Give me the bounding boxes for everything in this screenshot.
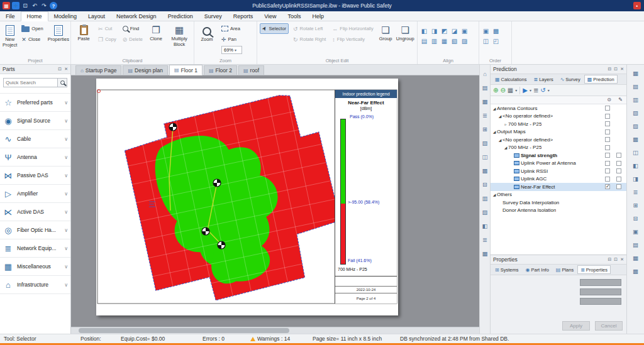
menu-item[interactable]: Modeling (48, 11, 83, 21)
brand-badge-icon[interactable]: ▪ (633, 2, 641, 9)
tree-expander-icon[interactable]: ◢ (492, 129, 497, 134)
parts-category-item[interactable]: ∿ Cable ∨ (0, 130, 70, 148)
tool-icon[interactable]: ▤ (631, 241, 640, 249)
minimize-icon[interactable]: ⊟ (608, 67, 611, 72)
close-button[interactable]: ✕Close (19, 34, 45, 45)
order-tool-icon[interactable]: ◰ (492, 37, 500, 45)
grid-icon[interactable]: ▦ (508, 87, 513, 94)
property-value-field[interactable] (580, 288, 621, 295)
tree-expander-icon[interactable]: ◢ (492, 192, 497, 197)
chevron-down-icon[interactable]: ∨ (64, 209, 68, 215)
new-project-button[interactable]: New Project (3, 23, 17, 57)
parts-category-item[interactable]: ◉ Signal Source ∨ (0, 112, 70, 130)
property-value-field[interactable] (580, 298, 621, 305)
chevron-down-icon[interactable]: ∨ (64, 227, 68, 233)
tree-row[interactable]: ◢ <No operator defined> (491, 112, 626, 121)
visibility-checkbox[interactable] (605, 121, 610, 126)
order-tool-icon[interactable]: ▣ (482, 27, 490, 35)
visibility-checkbox[interactable] (605, 161, 610, 166)
search-button[interactable] (57, 79, 67, 87)
menu-item[interactable]: Home (21, 11, 48, 21)
antenna-symbol[interactable] (218, 241, 225, 249)
tool-icon[interactable]: ▧ (631, 109, 640, 117)
status-errors[interactable]: Errors : 0 (203, 336, 225, 342)
rotate-left-button[interactable]: ↺Rotate Left (291, 23, 328, 34)
chevron-down-icon[interactable]: ∨ (64, 264, 68, 270)
align-tool-icon[interactable]: ▨ (460, 37, 469, 45)
clone-button[interactable]: ❐Clone (147, 23, 165, 57)
tool-icon[interactable]: ≣ (480, 236, 489, 244)
parts-category-item[interactable]: ☆ Preferred parts ∨ (0, 94, 70, 112)
tool-icon[interactable]: ▨ (631, 122, 640, 130)
tree-expander-icon[interactable]: ◢ (492, 106, 497, 111)
visibility-checkbox[interactable] (605, 137, 610, 142)
tool-icon[interactable]: ▦ (631, 69, 640, 77)
tool-icon[interactable]: ▩ (631, 135, 640, 143)
help-icon[interactable]: ? (50, 2, 57, 9)
app-icon-secondary[interactable]: ✚ (12, 2, 19, 9)
flip-horizontal-button[interactable]: ↔Flip Horizontally (330, 23, 375, 34)
rotate-right-button[interactable]: ↻Rotate Right (291, 34, 328, 45)
add-icon[interactable]: ⊕ (493, 87, 498, 94)
tree-expander-icon[interactable]: ▹ (503, 122, 508, 126)
tool-icon[interactable]: ◧ (480, 222, 489, 230)
edit-checkbox[interactable] (616, 168, 621, 173)
properties-panel-tab[interactable]: ≣ Properties (577, 265, 611, 274)
properties-panel-tab[interactable]: ▤ Plans (553, 265, 577, 274)
chevron-down-icon[interactable]: ∨ (64, 191, 68, 197)
properties-panel-tab[interactable]: ⊞ Systems (492, 265, 521, 274)
parts-category-item[interactable]: ▦ Miscellaneous ∨ (0, 258, 70, 276)
group-button[interactable]: ❏Group (378, 23, 394, 57)
tool-icon[interactable]: ⊟ (480, 180, 489, 189)
document-tab[interactable]: ▤ roof (238, 65, 264, 75)
align-tool-icon[interactable]: ◨ (430, 27, 438, 35)
tree-row[interactable]: ◢ 700 MHz - P25 (491, 144, 626, 152)
tool-icon[interactable]: ≣ (480, 111, 489, 119)
order-tool-icon[interactable]: ◫ (482, 37, 490, 45)
chevron-down-icon[interactable]: ∨ (64, 118, 68, 124)
app-icon[interactable]: ▦ (3, 2, 10, 9)
menu-item[interactable]: Help (307, 11, 330, 21)
chevron-down-icon[interactable]: ∨ (64, 155, 68, 160)
properties-button[interactable]: Properties (48, 23, 69, 57)
scrollbar-thumb[interactable] (79, 328, 289, 333)
tool-icon[interactable]: ▣ (631, 227, 640, 236)
document-tab[interactable]: ▤ Floor 1 (169, 65, 203, 75)
close-icon[interactable]: ✕ (620, 67, 624, 72)
tree-row[interactable]: ◢ Output Maps (491, 128, 626, 136)
horizontal-scrollbar[interactable] (71, 327, 479, 334)
tool-icon[interactable]: ▨ (480, 208, 489, 216)
chevron-down-icon[interactable]: ▾ (530, 88, 531, 92)
visibility-checkbox[interactable] (605, 177, 610, 182)
align-tool-icon[interactable]: ▤ (420, 37, 428, 45)
property-value-field[interactable] (580, 279, 621, 286)
visibility-checkbox[interactable] (605, 168, 610, 173)
visibility-checkbox[interactable] (605, 145, 610, 150)
document-tab[interactable]: ▤ Design plan (123, 65, 167, 75)
tool-icon[interactable]: ⊞ (631, 201, 640, 209)
tool-icon[interactable]: ◫ (480, 153, 489, 161)
parts-category-item[interactable]: ⋈ Passive DAS ∨ (0, 167, 70, 185)
delete-button[interactable]: ⊘Delete (121, 34, 145, 45)
tool-icon[interactable]: ▦ (480, 249, 489, 258)
remove-icon[interactable]: ⊖ (500, 87, 505, 94)
menu-item[interactable]: Survey (199, 11, 228, 21)
tool-icon[interactable]: ⊟ (631, 214, 640, 222)
antenna-symbol[interactable] (202, 227, 209, 235)
paste-button[interactable]: Paste (74, 23, 94, 57)
apply-button[interactable]: Apply (562, 321, 590, 331)
menu-item[interactable]: Prediction (162, 11, 199, 21)
tool-icon[interactable]: ▧ (480, 139, 489, 147)
close-icon[interactable]: ✕ (64, 67, 68, 72)
open-button[interactable]: Open (19, 23, 45, 34)
status-warnings[interactable]: Warnings : 14 (250, 336, 290, 342)
pin-icon[interactable]: ⊡ (58, 67, 62, 72)
cut-button[interactable]: ✂Cut (96, 23, 118, 34)
selector-button[interactable]: ➤Selector (260, 23, 289, 34)
tool-icon[interactable]: ▩ (480, 167, 489, 175)
redo-icon[interactable]: ↷ (40, 2, 48, 9)
menu-item[interactable]: Layout (82, 11, 111, 21)
prediction-panel-tab[interactable]: ≣ Layers (530, 75, 556, 84)
chevron-down-icon[interactable]: ▾ (515, 88, 517, 92)
parts-category-item[interactable]: ◎ Fiber Optic Ha... ∨ (0, 221, 70, 239)
